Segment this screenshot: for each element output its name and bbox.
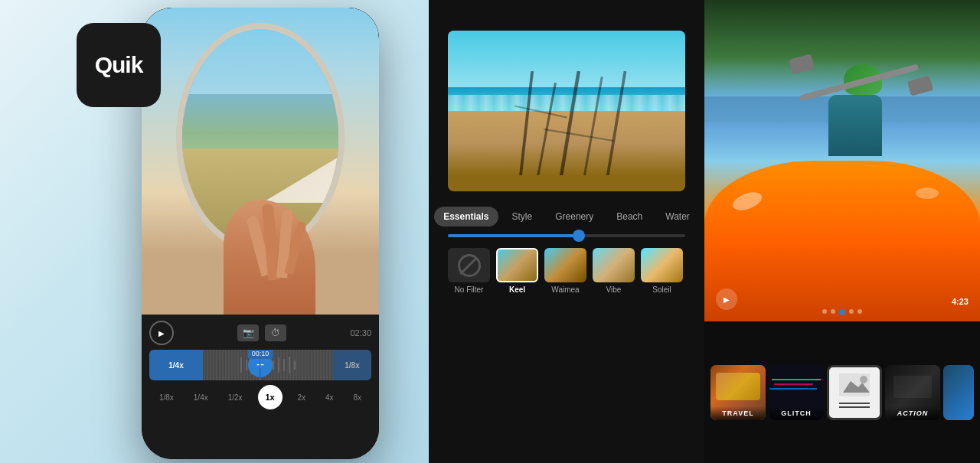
slider-fill xyxy=(448,234,579,237)
filter-tab-greenery[interactable]: Greenery xyxy=(546,207,603,227)
video-controls: ▶ 📷 ⏱ 02:30 1/4x xyxy=(142,315,379,459)
dot-4 xyxy=(849,309,854,314)
preset-label-glitch: GLITCH xyxy=(769,406,824,420)
dot-3 xyxy=(839,309,845,315)
filter-previews: No Filter Keel Waimea Vibe Soleil xyxy=(448,248,685,294)
phone-screen-left: ▶ 📷 ⏱ 02:30 1/4x xyxy=(142,8,379,459)
speed-controls: 1/8x 1/4x 1/2x 1x 2x 4x 8x xyxy=(149,385,371,409)
preset-icon-svg2 xyxy=(839,399,870,411)
quik-logo: Quik xyxy=(77,23,161,107)
top-controls-row: ▶ 📷 ⏱ 02:30 xyxy=(149,321,371,345)
photo-icon[interactable]: ⏱ xyxy=(265,324,286,341)
timeline-left-segment: 1/4x xyxy=(149,350,203,380)
airplane-image xyxy=(142,8,379,315)
filter-label-keel: Keel xyxy=(509,285,525,294)
video-duration: 4:23 xyxy=(952,297,969,306)
filter-intensity-slider[interactable] xyxy=(448,234,685,237)
preset-icon-svg xyxy=(839,373,870,396)
kayak-body xyxy=(704,161,980,321)
filter-thumb-keel xyxy=(496,248,538,282)
timeline-thumb-label: 00:10 xyxy=(248,350,273,359)
filter-item-waimea[interactable]: Waimea xyxy=(544,248,586,294)
preset-label-travel: TRAVEL xyxy=(710,406,766,420)
left-panel: Quik xyxy=(0,0,429,463)
filter-item-soleil[interactable]: Soleil xyxy=(641,248,683,294)
dot-5 xyxy=(858,309,862,314)
timeline-thumb[interactable]: 00:10 xyxy=(248,350,273,380)
no-filter-line xyxy=(459,256,477,274)
app-name: Quik xyxy=(95,52,143,78)
dot-2 xyxy=(831,309,835,314)
svg-line-17 xyxy=(544,129,613,140)
preset-action[interactable]: AcTIOn xyxy=(885,365,940,420)
preset-glitch[interactable]: GLITCH xyxy=(769,365,824,420)
camera-icon[interactable]: 📷 xyxy=(237,324,259,341)
filter-tab-style[interactable]: Style xyxy=(503,207,542,227)
speed-2x[interactable]: 2x xyxy=(292,390,310,405)
filter-tab-essentials[interactable]: Essentials xyxy=(434,207,498,227)
svg-line-15 xyxy=(607,71,625,176)
filter-tabs: Essentials Style Greenery Beach Water xyxy=(448,207,685,227)
preset-selected-inner xyxy=(829,367,880,418)
preset-label-action: AcTIOn xyxy=(885,406,940,420)
svg-line-14 xyxy=(584,77,602,175)
svg-point-20 xyxy=(860,376,867,383)
filter-label-vibe: Vibe xyxy=(606,285,622,294)
dot-1 xyxy=(822,309,827,314)
progress-dots xyxy=(822,309,862,315)
time-display: 02:30 xyxy=(350,328,371,337)
middle-panel: Essentials Style Greenery Beach Water No… xyxy=(429,0,704,463)
slider-thumb[interactable] xyxy=(573,230,585,242)
speed-1x[interactable]: 1x xyxy=(258,385,283,409)
filter-tab-beach[interactable]: Beach xyxy=(607,207,652,227)
svg-line-13 xyxy=(561,71,579,176)
speed-4x[interactable]: 4x xyxy=(321,390,338,405)
filter-tab-water[interactable]: Water xyxy=(656,207,699,227)
speed-1-8x[interactable]: 1/8x xyxy=(155,390,178,405)
no-filter-circle xyxy=(458,254,481,277)
filter-item-no-filter[interactable]: No Filter xyxy=(448,248,490,294)
filter-label-no-filter: No Filter xyxy=(455,285,484,294)
preset-action-blue[interactable] xyxy=(943,365,974,420)
glitch-effect xyxy=(769,376,824,393)
camera-icons: 📷 ⏱ xyxy=(237,324,286,341)
preset-selected[interactable] xyxy=(827,365,882,420)
filter-label-soleil: Soleil xyxy=(652,285,671,294)
beach-image xyxy=(448,31,685,191)
filter-item-vibe[interactable]: Vibe xyxy=(593,248,635,294)
preset-row: TRAVEL GLITCH xyxy=(704,321,980,463)
svg-line-16 xyxy=(514,106,567,117)
filter-item-keel[interactable]: Keel xyxy=(496,248,538,294)
timeline-strip[interactable]: 1/4x xyxy=(149,350,371,380)
phone-mockup-left: ▶ 📷 ⏱ 02:30 1/4x xyxy=(142,8,379,459)
speed-1-4x[interactable]: 1/4x xyxy=(189,390,213,405)
right-panel: ▶ 4:23 TRAVEL xyxy=(704,0,980,463)
speed-1-2x[interactable]: 1/2x xyxy=(224,390,247,405)
speed-8x[interactable]: 8x xyxy=(348,390,366,405)
svg-line-11 xyxy=(521,71,532,176)
preset-travel[interactable]: TRAVEL xyxy=(710,365,766,420)
filter-thumb-soleil xyxy=(641,248,683,282)
filter-thumb-vibe xyxy=(593,248,635,282)
no-filter-icon xyxy=(448,248,490,282)
play-overlay-button[interactable]: ▶ xyxy=(716,289,737,310)
timeline-right-segment: 1/8x xyxy=(333,350,371,380)
kayak-image: ▶ 4:23 xyxy=(704,0,980,321)
filter-label-waimea: Waimea xyxy=(551,285,579,294)
play-button[interactable]: ▶ xyxy=(149,321,174,345)
palm-shadows-svg xyxy=(484,71,662,176)
filter-thumb-waimea xyxy=(544,248,586,282)
timeline-thumb-line xyxy=(260,360,261,380)
